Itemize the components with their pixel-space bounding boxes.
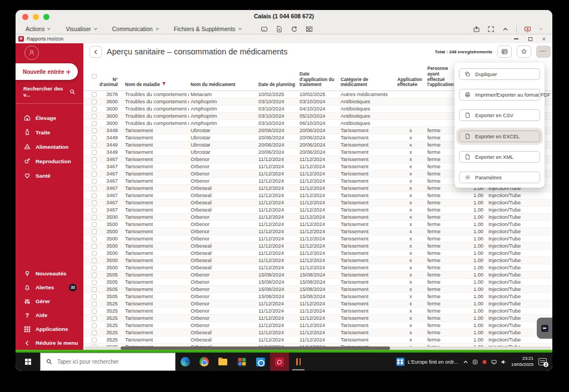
row-checkbox[interactable] xyxy=(92,338,97,343)
row-checkbox[interactable] xyxy=(92,172,97,177)
tray-network-icon[interactable] xyxy=(491,359,497,365)
row-checkbox[interactable] xyxy=(92,193,97,198)
table-row[interactable]: 3505TarissementOrbenor15/08/202415/08/20… xyxy=(83,286,552,293)
taskbar-tools-app-icon[interactable] xyxy=(289,353,308,371)
table-row[interactable]: 3467TarissementOrbeseal11/12/202411/12/2… xyxy=(83,192,552,199)
sort-filter-icon[interactable] xyxy=(162,82,166,88)
sidebar-item-alertes[interactable]: Alertes33 xyxy=(16,280,83,294)
context-menu-item-exporter-en-xml[interactable]: Exporter en XML xyxy=(459,151,540,163)
select-all-checkbox[interactable] xyxy=(92,74,97,79)
column-header-application-effectuee[interactable]: Application effectuée xyxy=(396,62,426,91)
sidebar-item-elevage[interactable]: Élevage xyxy=(16,110,83,125)
profile-avatar-icon[interactable] xyxy=(24,46,39,60)
sidebar-search[interactable]: Rechercher des v... xyxy=(16,87,83,97)
table-row[interactable]: 3500TarissementOrbenor11/12/202411/12/20… xyxy=(83,235,552,243)
table-view-button[interactable] xyxy=(497,46,512,58)
file-transfer-icon[interactable] xyxy=(276,26,283,33)
table-row[interactable]: 3505TarissementOrbenor15/08/202415/08/20… xyxy=(83,279,552,286)
row-checkbox[interactable] xyxy=(92,222,97,227)
row-checkbox[interactable] xyxy=(92,294,97,299)
column-header-nom-du-medicament[interactable]: Nom du médicament xyxy=(189,62,257,91)
row-checkbox[interactable] xyxy=(92,200,97,205)
row-checkbox[interactable] xyxy=(92,150,97,155)
row-checkbox[interactable] xyxy=(92,237,97,242)
row-checkbox[interactable] xyxy=(92,128,97,133)
news-widget[interactable]: L'Europe finit en ordr... xyxy=(396,358,458,366)
column-header-date-de-planning[interactable]: Date de planning xyxy=(257,62,298,91)
chevron-down-icon[interactable] xyxy=(538,27,543,32)
table-row[interactable]: 3505TarissementOrbenor15/08/202415/08/20… xyxy=(83,293,552,300)
tray-chevron-up-icon[interactable] xyxy=(463,359,468,365)
sidebar-item-traite[interactable]: Traite xyxy=(16,125,83,139)
row-checkbox[interactable] xyxy=(92,143,97,148)
sidebar-item-aide[interactable]: ?Aide xyxy=(16,308,83,322)
row-checkbox[interactable] xyxy=(92,157,97,162)
row-checkbox[interactable] xyxy=(92,316,97,321)
tray-alert-icon[interactable] xyxy=(482,359,487,365)
start-button[interactable] xyxy=(16,353,40,371)
row-checkbox[interactable] xyxy=(92,135,97,140)
context-menu-item-dupliquer[interactable]: Dupliquer xyxy=(459,68,540,80)
row-checkbox[interactable] xyxy=(92,99,97,104)
column-header-date-d-application-du-traitement[interactable]: Date d'application du traitement xyxy=(298,62,339,91)
row-checkbox[interactable] xyxy=(92,265,97,270)
pixel-grid-icon[interactable] xyxy=(306,26,313,33)
row-checkbox[interactable] xyxy=(92,164,97,169)
table-row[interactable]: 3500TarissementOrbenor11/12/202411/12/20… xyxy=(83,228,552,235)
sidebar-item-alimentation[interactable]: Alimentation xyxy=(16,139,83,154)
notification-center-icon[interactable]: 2 xyxy=(538,358,547,365)
back-button[interactable] xyxy=(89,46,102,58)
table-row[interactable]: 3500TarissementOrbenor11/12/202411/12/20… xyxy=(83,221,552,228)
row-checkbox[interactable] xyxy=(92,229,97,234)
row-checkbox[interactable] xyxy=(92,121,97,126)
table-row[interactable]: 3500TarissementOrbeseal11/12/202411/12/2… xyxy=(83,264,552,272)
taskbar-outlook-icon[interactable] xyxy=(251,353,270,371)
sidebar-item-applications[interactable]: Applications xyxy=(16,322,83,336)
window-minimize-button[interactable] xyxy=(514,38,518,39)
table-row[interactable]: 3467TarissementOrbeseal11/12/202411/12/2… xyxy=(83,207,552,214)
row-checkbox[interactable] xyxy=(92,244,97,249)
row-checkbox[interactable] xyxy=(92,280,97,285)
chat-box-icon[interactable] xyxy=(261,26,268,33)
share-screen-icon[interactable] xyxy=(473,26,480,33)
sidebar-item-sante[interactable]: Santé xyxy=(16,168,83,183)
row-checkbox[interactable] xyxy=(92,92,97,97)
table-row[interactable]: 3525TarissementOrbenor11/12/202411/12/20… xyxy=(83,315,552,322)
menu-visualiser[interactable]: Visualiser xyxy=(66,26,97,32)
table-row[interactable]: 3500TarissementOrbeseal11/12/202411/12/2… xyxy=(83,257,552,264)
row-checkbox[interactable] xyxy=(92,287,97,292)
sidebar-item-reduire-le-menu[interactable]: Réduire le menu xyxy=(16,336,83,350)
context-menu-item-exporter-en-csv[interactable]: Exporter en CSV xyxy=(459,109,540,121)
favorite-button[interactable] xyxy=(517,46,531,58)
sidebar-item-gerer[interactable]: Gérer xyxy=(16,294,83,308)
taskbar-search-input[interactable] xyxy=(56,358,162,365)
row-checkbox[interactable] xyxy=(92,251,97,256)
sidebar-item-nouveautes[interactable]: Nouveautés xyxy=(16,267,83,280)
table-row[interactable]: 3525TarissementOrbenor11/12/202411/12/20… xyxy=(83,308,552,315)
more-options-button[interactable]: ··· xyxy=(536,46,551,58)
row-checkbox[interactable] xyxy=(92,208,97,213)
taskbar-clock[interactable]: 23:21 19/05/2025 xyxy=(511,356,533,368)
row-checkbox[interactable] xyxy=(92,301,97,306)
menu-actions[interactable]: Actions xyxy=(26,26,51,32)
table-row[interactable]: 3500TarissementOrbeseal11/12/202411/12/2… xyxy=(83,243,552,250)
chevron-up-icon[interactable] xyxy=(502,26,509,33)
taskbar-search[interactable] xyxy=(40,353,176,371)
table-row[interactable]: 3525TarissementOrbenor11/12/202411/12/20… xyxy=(83,300,552,308)
row-checkbox[interactable] xyxy=(92,323,97,328)
row-checkbox[interactable] xyxy=(92,309,97,314)
window-close-button[interactable]: × xyxy=(542,36,546,42)
row-checkbox[interactable] xyxy=(92,179,97,184)
sidebar-item-reproduction[interactable]: Reproduction xyxy=(16,154,83,168)
table-row[interactable]: 3525TarissementOrbeseal11/12/202411/12/2… xyxy=(83,329,552,336)
context-menu-item-imprimer-exporter-au-format-pdf[interactable]: Imprimer/Exporter au format PDF xyxy=(459,89,540,100)
table-row[interactable]: 3505TarissementOrbenor15/08/202415/08/20… xyxy=(83,272,552,279)
column-header-categorie-de-medicament[interactable]: Catégorie de médicament xyxy=(339,62,396,91)
session-refresh-icon[interactable] xyxy=(291,26,298,33)
table-row[interactable]: 3500TarissementOrbenor11/12/202411/12/20… xyxy=(83,214,552,221)
row-checkbox[interactable] xyxy=(92,114,97,119)
context-menu-item-exporter-en-excel[interactable]: Exporter en EXCEL xyxy=(459,130,540,142)
taskbar-store-icon[interactable] xyxy=(232,353,251,371)
table-row[interactable]: 3525TarissementOrbeseal11/12/202411/12/2… xyxy=(83,336,552,344)
column-header-personne-ayant-effectue-l-application[interactable]: Personne ayant effectué l'application xyxy=(426,62,455,91)
